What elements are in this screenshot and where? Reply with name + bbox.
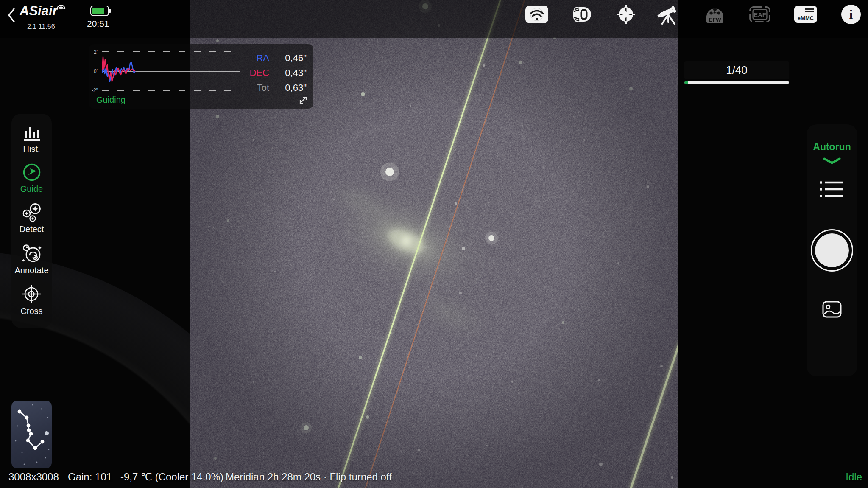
ra-label: RA (235, 53, 269, 64)
main-camera-icon (569, 4, 593, 25)
capture-panel: Autorun (807, 124, 857, 376)
guide-camera-button[interactable] (614, 3, 638, 26)
axis-label-mid: 0" (94, 68, 98, 74)
sidebar-item-guide[interactable]: Guide (20, 163, 43, 194)
gallery-icon[interactable] (822, 301, 842, 318)
emmc-pins (805, 8, 814, 12)
telescope-icon (656, 3, 680, 26)
top-bar: ASiair 2.1 11.56 20:51 (0, 0, 868, 38)
sidebar-label-guide: Guide (20, 184, 43, 194)
app-state-badge: Idle (846, 471, 862, 483)
annotate-galaxy-icon (21, 244, 42, 263)
app-logo: ASiair (20, 3, 58, 19)
expand-icon[interactable] (299, 95, 308, 105)
sidebar-item-detect[interactable]: Detect (20, 203, 44, 234)
meridian-status: Meridian 2h 28m 20s · Flip turned off (226, 471, 392, 483)
chevron-down-icon[interactable] (822, 157, 842, 165)
exposure-progress-bar (684, 81, 789, 84)
image-resolution: 3008x3008 (8, 471, 59, 483)
efw-icon: EFW (703, 3, 727, 26)
battery-icon (90, 6, 109, 16)
guide-icon (22, 163, 41, 182)
battery-level (92, 8, 105, 14)
sidebar-item-annotate[interactable]: Annotate (14, 244, 48, 275)
sidebar-item-cross[interactable]: Cross (20, 284, 42, 316)
eaf-label: EAF (754, 11, 766, 18)
dec-graph-line (102, 57, 135, 81)
sky-atlas-thumbnail[interactable] (11, 401, 52, 468)
sidebar-item-histogram[interactable]: Hist. (23, 126, 41, 154)
sidebar-label-annotate: Annotate (14, 266, 48, 275)
shutter-button-inner (815, 233, 849, 267)
detect-stars-icon (22, 203, 42, 222)
back-icon[interactable] (7, 8, 16, 23)
sidebar-label-cross: Cross (20, 306, 42, 316)
sidebar-label-histogram: Hist. (23, 144, 40, 154)
wifi-icon (525, 6, 548, 23)
asiair-app: ASiair 2.1 11.56 20:51 (0, 0, 868, 488)
sequence-list-icon[interactable] (819, 180, 845, 199)
shutter-button[interactable] (811, 229, 853, 272)
exposure-progress-fill (684, 81, 688, 84)
emmc-icon: eMMC (794, 6, 817, 23)
axis-label-bottom: -2" (92, 87, 98, 93)
capture-mode-selector[interactable]: Autorun (807, 141, 857, 153)
efw-label: EFW (709, 17, 722, 23)
main-camera-button[interactable] (569, 3, 593, 26)
exposure-counter: 1/40 (684, 61, 789, 79)
info-icon: i (841, 5, 861, 24)
histogram-icon (23, 126, 41, 142)
guiding-status: Guiding (96, 95, 126, 105)
storage-button[interactable]: eMMC (794, 3, 818, 26)
logo-antenna-icon (55, 3, 67, 10)
clock: 20:51 (87, 19, 109, 29)
app-version: 2.1 11.56 (27, 23, 55, 31)
eaf-icon: EAF (748, 5, 772, 24)
tot-label: Tot (235, 82, 269, 93)
dec-value: 0,43" (266, 67, 307, 79)
camera-temperature: -9,7 ℃ (Cooler 14.0%) (120, 471, 223, 483)
constellation-icon (11, 401, 52, 468)
mount-button[interactable] (656, 3, 680, 26)
axis-label-top: 2" (94, 49, 98, 55)
camera-gain: Gain: 101 (68, 471, 112, 483)
info-button[interactable]: i (839, 3, 863, 26)
tool-sidebar: Hist. Guide Detect (11, 114, 52, 328)
sidebar-label-detect: Detect (20, 224, 44, 234)
status-bar: 3008x3008 Gain: 101 -9,7 ℃ (Cooler 14.0%… (0, 468, 868, 488)
dec-label: DEC (235, 67, 269, 79)
eaf-button[interactable]: EAF (748, 3, 772, 26)
wifi-station-button[interactable] (525, 3, 549, 26)
efw-button[interactable]: EFW (703, 3, 727, 26)
guiding-panel[interactable]: 2" 0" -2" RA 0,46" DEC 0,43" Tot 0,63" G… (89, 44, 313, 109)
tot-value: 0,63" (266, 82, 307, 93)
crosshair-icon (22, 284, 41, 304)
ra-value: 0,46" (266, 53, 307, 64)
emmc-label: eMMC (794, 15, 817, 21)
guide-scope-icon (615, 4, 636, 25)
